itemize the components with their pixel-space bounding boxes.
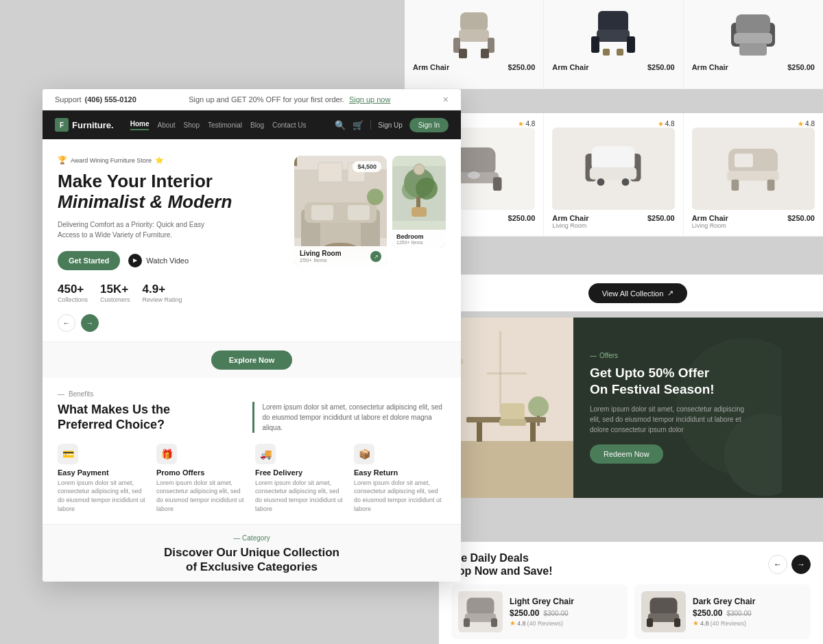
- support-info: Support (406) 555-0120: [55, 95, 136, 104]
- svg-point-44: [528, 396, 549, 417]
- product-price-b1: $250.00: [508, 214, 536, 222]
- feature-desc-4: Lorem ipsum dolor sit amet, consectetur …: [354, 479, 446, 513]
- deal-name-1: Light Grey Chair: [510, 597, 574, 606]
- svg-point-21: [468, 171, 480, 179]
- logo: F Furniture.: [55, 118, 114, 132]
- bedroom-label: Bedroom 1250+ Items: [392, 230, 446, 248]
- arrow-icon: ↗: [667, 289, 673, 298]
- product-grid-top-row: Arm Chair $250.00 Arm Chair $250.00: [405, 0, 823, 89]
- label-arrow-living[interactable]: ↗: [370, 251, 381, 262]
- signup-link[interactable]: Sign up now: [349, 95, 391, 104]
- stat-customers: 15K+ Customers: [100, 283, 130, 303]
- svg-rect-30: [732, 179, 739, 190]
- price-tag-hero: $4,500: [353, 161, 381, 172]
- svg-point-26: [597, 178, 605, 186]
- benefits-features: 💳 Easy Payment Lorem ipsum dolor sit ame…: [58, 444, 446, 513]
- search-icon[interactable]: 🔍: [335, 120, 346, 130]
- support-phone: (406) 555-0120: [85, 95, 136, 104]
- product-name-t3: Arm Chair: [692, 63, 728, 71]
- product-price-t1: $250.00: [508, 63, 536, 71]
- hero-stats: 450+ Collections 15K+ Customers 4.9+ Rev…: [58, 283, 285, 303]
- festival-desc: Lorem ipsum dolor sit amet, consectetur …: [590, 404, 748, 435]
- svg-rect-45: [537, 416, 540, 426]
- feature-title-4: Easy Return: [354, 468, 446, 477]
- feature-promo: 🎁 Promo Offers Lorem ipsum dolor sit ame…: [156, 444, 248, 513]
- promo-text: Sign up and GET 20% OFF for your first o…: [136, 95, 443, 104]
- stat-rating: 4.9+ Review Rating: [143, 283, 182, 303]
- signin-nav-button[interactable]: Sign In: [409, 118, 449, 132]
- deals-next-btn[interactable]: →: [791, 555, 811, 574]
- rating-b3: 4.8: [805, 120, 815, 128]
- festival-tag: — Offers: [590, 352, 748, 359]
- svg-rect-79: [412, 207, 427, 217]
- nav-blog[interactable]: Blog: [250, 121, 264, 129]
- festival-title: Get Upto 50% Offer On Festival Season!: [590, 365, 748, 398]
- svg-rect-55: [650, 598, 678, 615]
- watch-video-button[interactable]: ▶ Watch Video: [128, 254, 189, 267]
- product-name-b2: Arm Chair: [552, 214, 588, 222]
- benefits-desc: Lorem ipsum dolor sit amet, consectetur …: [263, 402, 446, 433]
- deal-reviews-1: (40 Reviews): [527, 620, 564, 627]
- redeem-button[interactable]: Redeem Now: [590, 444, 663, 464]
- nav-testimonial[interactable]: Testimonial: [208, 121, 242, 129]
- svg-rect-15: [734, 33, 772, 44]
- hero-image-card-living: $4,500 Living Room 250+ Items ↗: [294, 156, 387, 267]
- category-title: Discover Our Unique Collection of Exclus…: [58, 545, 446, 575]
- benefits-tag: — Benefits: [58, 390, 446, 398]
- view-all-label: View All Collection: [602, 289, 664, 298]
- svg-rect-53: [464, 619, 470, 628]
- main-website-card: Support (406) 555-0120 Sign up and GET 2…: [43, 89, 461, 582]
- explore-button[interactable]: Explore Now: [211, 350, 293, 370]
- deal-price-1: $250.00: [510, 608, 539, 618]
- nav-contact[interactable]: Contact Us: [272, 121, 306, 129]
- play-icon: ▶: [128, 254, 142, 267]
- carousel-arrows: ← →: [43, 314, 461, 342]
- product-name-t1: Arm Chair: [413, 63, 449, 71]
- view-all-button[interactable]: View All Collection ↗: [588, 283, 688, 303]
- close-announcement-button[interactable]: ×: [443, 94, 449, 105]
- svg-rect-51: [467, 598, 494, 615]
- promo-icon: 🎁: [156, 444, 177, 464]
- nav-shop[interactable]: Shop: [184, 121, 200, 129]
- stat-collections: 450+ Collections: [58, 283, 88, 303]
- svg-rect-66: [348, 205, 370, 220]
- product-price-b2: $250.00: [647, 214, 675, 222]
- cart-icon[interactable]: 🛒: [353, 120, 363, 130]
- announcement-bar: Support (406) 555-0120 Sign up and GET 2…: [43, 89, 461, 110]
- hero-images: $4,500 Living Room 250+ Items ↗: [294, 156, 446, 267]
- deal-card-2: Dark Grey Chair $250.00 $300.00 ★ 4.8 (4…: [634, 584, 811, 639]
- product-name-t2: Arm Chair: [552, 63, 588, 71]
- deals-prev-btn[interactable]: ←: [768, 555, 787, 574]
- svg-rect-72: [294, 156, 297, 166]
- feature-desc-3: Lorem ipsum dolor sit amet, consectetur …: [255, 479, 347, 513]
- product-price-t2: $250.00: [647, 63, 675, 71]
- svg-rect-14: [736, 14, 770, 35]
- carousel-prev-button[interactable]: ←: [58, 314, 75, 332]
- carousel-next-button[interactable]: →: [81, 314, 99, 332]
- festival-content: — Offers Get Upto 50% Offer On Festival …: [590, 352, 748, 464]
- svg-rect-29: [728, 171, 780, 180]
- signup-nav-button[interactable]: Sign Up: [378, 121, 403, 129]
- award-badge: 🏆 Award Wining Furniture Store ⭐: [58, 156, 285, 165]
- svg-rect-5: [481, 49, 489, 58]
- rating-b1: 4.8: [525, 120, 535, 128]
- product-card-top-3: Arm Chair $250.00: [684, 0, 823, 89]
- svg-rect-10: [603, 49, 610, 56]
- feature-return: 📦 Easy Return Lorem ipsum dolor sit amet…: [354, 444, 446, 513]
- logo-icon: F: [55, 118, 69, 132]
- deal-name-2: Dark Grey Chair: [693, 597, 755, 606]
- logo-text: Furniture.: [72, 120, 114, 130]
- svg-rect-39: [530, 422, 536, 442]
- hero-section: 🏆 Award Wining Furniture Store ⭐ Make Yo…: [43, 139, 461, 314]
- svg-point-71: [367, 189, 383, 205]
- svg-rect-69: [318, 163, 342, 182]
- nav-home[interactable]: Home: [130, 120, 150, 130]
- svg-rect-57: [647, 619, 653, 628]
- product-card-b3: ★ 4.8 Arm Chair $250.00 Living Room: [684, 113, 823, 237]
- svg-rect-31: [767, 179, 775, 190]
- award-icon: 🏆: [58, 156, 67, 165]
- nav-about[interactable]: About: [157, 121, 175, 129]
- get-started-button[interactable]: Get Started: [58, 251, 120, 270]
- hero-left: 🏆 Award Wining Furniture Store ⭐ Make Yo…: [58, 156, 285, 303]
- svg-rect-11: [617, 49, 623, 56]
